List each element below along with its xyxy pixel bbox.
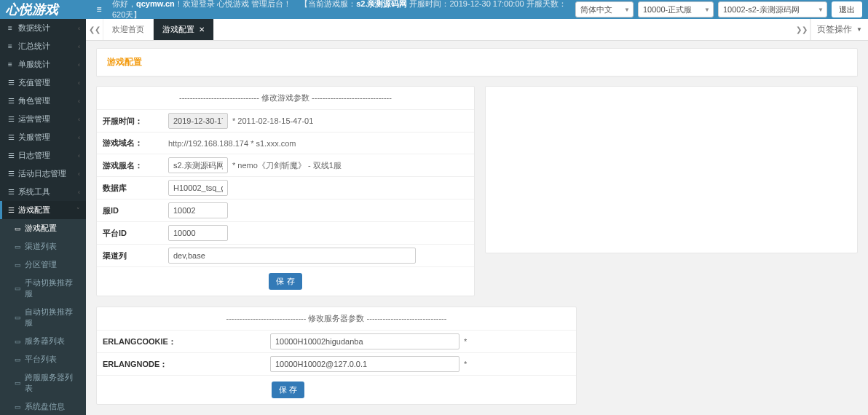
menu-icon: ≡ (8, 24, 18, 32)
form-input[interactable] (168, 157, 228, 173)
greeting-user: qcymw.cn (136, 0, 175, 8)
tab-home[interactable]: 欢迎首页 (103, 19, 154, 40)
sub-label: 分区管理 (25, 259, 57, 270)
sidebar-item[interactable]: ≡数据统计‹ (0, 19, 86, 37)
form-text: http://192.168.188.174 * s1.xxx.com (168, 139, 296, 148)
menu-icon: ☰ (8, 170, 18, 178)
tab-home-label: 欢迎首页 (112, 24, 144, 35)
chevron-down-icon: ▼ (856, 26, 862, 33)
form-label: 开服时间： (103, 116, 168, 127)
chevron-left-icon: ‹ (78, 152, 80, 159)
required-mark: * (464, 360, 467, 368)
menu-icon: ☰ (8, 133, 18, 141)
tab-game-config[interactable]: 游戏配置✕ (154, 19, 214, 40)
sidebar-sub-item[interactable]: ▭平台列表 (0, 350, 86, 368)
form-input[interactable] (168, 180, 228, 196)
menu-label: 数据统计 (18, 23, 78, 33)
sidebar-item[interactable]: ☰日志管理‹ (0, 146, 86, 165)
sidebar-item[interactable]: ≡汇总统计‹ (0, 37, 86, 55)
form-input[interactable] (168, 113, 228, 129)
sub-label: 游戏配置 (25, 223, 57, 234)
section-game-params: ------------------------------ 修改游戏参数 --… (97, 87, 474, 109)
chevron-down-icon: ˅ (76, 207, 80, 214)
sidebar-item-game-config[interactable]: ☰游戏配置˅ (0, 201, 86, 219)
sidebar-sub-item[interactable]: ▭分区管理 (0, 256, 86, 274)
form-label: ERLANGNODE： (103, 359, 270, 370)
sidebar-item[interactable]: ☰充值管理‹ (0, 74, 86, 92)
sub-label: 自动切换推荐服 (25, 307, 80, 328)
sidebar-sub-item[interactable]: ▭游戏配置 (0, 219, 86, 237)
sidebar-item[interactable]: ☰系统工具‹ (0, 183, 86, 201)
menu-label: 活动日志管理 (18, 168, 78, 179)
sidebar-sub-item[interactable]: ▭系统盘信息 (0, 398, 86, 415)
server-select[interactable]: 10002-s2-亲测源码网 (718, 1, 827, 17)
form-hint: * nemo《刀剑斩魔》 - 双线1服 (232, 160, 342, 171)
menu-icon: ☰ (8, 188, 18, 196)
menu-icon: ≡ (8, 42, 18, 50)
form-label: 渠道列 (103, 250, 168, 261)
panel-title: 游戏配置 (97, 49, 857, 76)
menu-icon: ☰ (8, 151, 18, 159)
sidebar-sub-item[interactable]: ▭服务器列表 (0, 332, 86, 350)
sub-label: 渠道列表 (25, 241, 57, 252)
sub-label: 服务器列表 (25, 336, 65, 347)
chevron-left-icon: ‹ (78, 98, 80, 105)
tabs-prev[interactable]: ❮❮ (86, 19, 103, 40)
version-select[interactable]: 10000-正式服 (638, 1, 714, 17)
form-label: 平台ID (103, 228, 168, 239)
tabs-next[interactable]: ❯❯ (793, 19, 810, 40)
menu-label: 单服统计 (18, 59, 78, 70)
lang-select[interactable]: 简体中文 (575, 1, 634, 17)
sidebar-sub-item[interactable]: ▭自动切换推荐服 (0, 303, 86, 332)
book-icon: ▭ (15, 379, 25, 387)
sub-label: 平台列表 (25, 354, 57, 365)
form-input[interactable] (168, 225, 228, 241)
menu-icon: ☰ (8, 115, 18, 123)
menu-label: 系统工具 (18, 186, 78, 197)
sub-label: 跨服服务器列表 (25, 372, 80, 394)
sidebar-item[interactable]: ≡单服统计‹ (0, 55, 86, 74)
form-input[interactable] (270, 356, 459, 372)
chevron-left-icon: ‹ (78, 116, 80, 123)
book-icon: ▭ (15, 243, 25, 250)
sub-label: 系统盘信息 (25, 401, 65, 412)
form-label: 游戏服名： (103, 160, 168, 171)
chevron-left-icon: ‹ (78, 25, 80, 32)
form-input[interactable] (270, 333, 459, 349)
form-input[interactable] (168, 248, 416, 264)
logout-button[interactable]: 退出 (832, 1, 862, 17)
sidebar-sub-item[interactable]: ▭跨服服务器列表 (0, 368, 86, 398)
sidebar-item[interactable]: ☰关服管理‹ (0, 128, 86, 146)
sidebar-item[interactable]: ☰活动日志管理‹ (0, 165, 86, 183)
sub-label: 手动切换推荐服 (25, 277, 80, 299)
book-icon: ▭ (15, 338, 25, 345)
save-server-button[interactable]: 保 存 (272, 382, 304, 398)
form-hint: * 2011-02-18-15-47-01 (232, 116, 313, 125)
form-label: 游戏域名： (103, 138, 168, 149)
book-icon: ▭ (15, 314, 25, 321)
srv-open-label: 开服时间： (407, 0, 449, 8)
chevron-left-icon: ‹ (78, 43, 80, 50)
form-label: 数据库 (103, 183, 168, 194)
sidebar-sub-item[interactable]: ▭渠道列表 (0, 237, 86, 256)
book-icon: ▭ (15, 261, 25, 269)
book-icon: ▭ (15, 403, 25, 411)
tab-active-label: 游戏配置 (162, 24, 194, 35)
save-game-button[interactable]: 保 存 (269, 273, 301, 290)
menu-icon: ☰ (8, 97, 18, 105)
greeting-prefix: 你好， (112, 0, 136, 8)
form-input[interactable] (168, 202, 228, 218)
form-label: 服ID (103, 205, 168, 216)
close-icon[interactable]: ✕ (199, 25, 205, 33)
tab-ops-menu[interactable]: 页签操作 ▼ (810, 19, 868, 40)
menu-icon: ≡ (8, 60, 18, 68)
sidebar-toggle[interactable]: ≡ (92, 4, 106, 15)
menu-label: 汇总统计 (18, 41, 78, 52)
sidebar-sub-item[interactable]: ▭手动切换推荐服 (0, 274, 86, 303)
sidebar-item[interactable]: ☰角色管理‹ (0, 92, 86, 110)
chevron-left-icon: ‹ (78, 79, 80, 87)
sidebar-item[interactable]: ☰运营管理‹ (0, 110, 86, 128)
book-icon: ▭ (15, 356, 25, 363)
menu-label: 游戏配置 (18, 205, 76, 216)
chevron-left-icon: ‹ (78, 61, 80, 68)
